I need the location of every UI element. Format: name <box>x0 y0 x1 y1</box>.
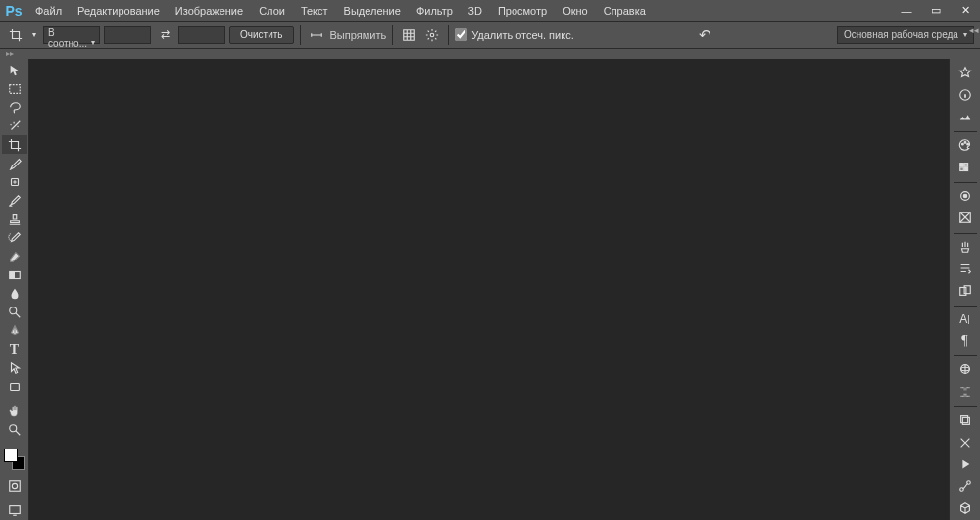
menu-view[interactable]: Просмотр <box>490 0 555 21</box>
svg-rect-23 <box>964 285 970 293</box>
delete-cropped-label: Удалить отсеч. пикс. <box>471 29 574 41</box>
svg-point-14 <box>966 144 968 146</box>
svg-point-5 <box>9 307 16 313</box>
canvas-area[interactable] <box>29 59 949 520</box>
menu-3d[interactable]: 3D <box>461 0 490 21</box>
type-tool[interactable]: T <box>2 340 27 358</box>
separator <box>392 25 393 45</box>
dock-separator <box>954 355 977 356</box>
color-swatches[interactable] <box>4 449 25 470</box>
brush-tool[interactable] <box>2 191 27 210</box>
clone-source-panel-icon[interactable] <box>953 280 978 300</box>
svg-rect-16 <box>964 163 968 166</box>
lasso-tool[interactable] <box>2 98 27 117</box>
svg-point-0 <box>430 33 434 37</box>
brush-panel-icon[interactable] <box>953 236 978 256</box>
menu-window[interactable]: Окно <box>555 0 596 21</box>
reset-crop-icon[interactable]: ↶ <box>696 25 715 45</box>
3d-cube-panel-icon[interactable] <box>953 498 978 518</box>
marquee-tool[interactable] <box>2 79 27 98</box>
menu-filter[interactable]: Фильтр <box>409 0 461 21</box>
svg-rect-1 <box>9 84 20 93</box>
paths-panel-icon[interactable] <box>953 476 978 496</box>
menu-image[interactable]: Изображение <box>168 0 251 21</box>
tool-preset-dropdown-icon[interactable]: ▾ <box>29 25 39 45</box>
navigator-panel-icon[interactable] <box>953 107 978 126</box>
color-panel-icon[interactable] <box>953 135 978 155</box>
svg-rect-8 <box>9 480 20 491</box>
collapse-panels-icon[interactable]: ◂◂ <box>969 25 979 35</box>
overlay-grid-icon[interactable] <box>399 25 418 45</box>
hand-tool[interactable] <box>2 402 27 420</box>
tool-presets-panel-icon[interactable] <box>953 432 978 451</box>
swatches-panel-icon[interactable] <box>953 158 978 177</box>
pen-tool[interactable] <box>2 321 27 340</box>
svg-rect-18 <box>964 167 968 171</box>
crop-width-input[interactable] <box>104 26 151 44</box>
zoom-tool[interactable] <box>2 420 27 439</box>
histogram-panel-icon[interactable] <box>953 63 978 82</box>
expand-toolbox-icon[interactable]: ▸▸ <box>0 49 980 59</box>
delete-cropped-input[interactable] <box>455 28 467 41</box>
menu-layers[interactable]: Слои <box>251 0 293 21</box>
info-panel-icon[interactable] <box>953 84 978 104</box>
dodge-tool[interactable] <box>2 303 27 321</box>
crop-ratio-select[interactable]: В соотно...▾ <box>43 26 100 44</box>
svg-rect-27 <box>962 418 969 425</box>
workspace-select[interactable]: Основная рабочая среда▾ <box>837 26 974 44</box>
paragraph-panel-icon[interactable]: ¶ <box>953 331 978 351</box>
dock-separator <box>954 406 977 407</box>
app-logo: Ps <box>0 0 27 21</box>
gradient-tool[interactable] <box>2 265 27 284</box>
foreground-color-swatch[interactable] <box>4 449 18 462</box>
screen-mode-toggle[interactable] <box>2 500 27 519</box>
window-minimize-button[interactable]: — <box>894 4 919 18</box>
brush-presets-panel-icon[interactable] <box>953 259 978 278</box>
crop-ratio-label: В соотно... <box>48 27 87 49</box>
menu-text[interactable]: Текст <box>293 0 336 21</box>
separator <box>448 25 449 45</box>
svg-rect-26 <box>960 416 967 423</box>
svg-rect-17 <box>959 167 963 171</box>
spot-heal-tool[interactable] <box>2 172 27 191</box>
svg-point-7 <box>9 424 16 431</box>
menu-bar: Ps Файл Редактирование Изображение Слои … <box>0 0 980 22</box>
styles-panel-icon[interactable] <box>953 186 978 206</box>
dock-separator <box>954 182 977 183</box>
path-select-tool[interactable] <box>2 358 27 377</box>
wand-tool[interactable] <box>2 117 27 135</box>
separator <box>300 25 301 45</box>
workspace-label: Основная рабочая среда <box>844 29 958 40</box>
quick-mask-toggle[interactable] <box>2 476 27 495</box>
stamp-tool[interactable] <box>2 210 27 228</box>
clear-button[interactable]: Очистить <box>229 26 294 44</box>
menu-help[interactable]: Справка <box>596 0 654 21</box>
shape-tool[interactable] <box>2 377 27 396</box>
crop-tool[interactable] <box>2 135 27 154</box>
menu-select[interactable]: Выделение <box>336 0 409 21</box>
history-brush-tool[interactable] <box>2 228 27 247</box>
layers-panel-icon[interactable] <box>953 410 978 430</box>
measurement-panel-icon[interactable] <box>953 382 978 402</box>
svg-rect-22 <box>959 287 965 295</box>
menu-file[interactable]: Файл <box>27 0 70 21</box>
swap-dimensions-icon[interactable]: ⇄ <box>155 25 174 45</box>
dock-separator <box>954 131 977 132</box>
svg-point-9 <box>12 483 17 488</box>
adjustments-panel-icon[interactable] <box>953 208 978 227</box>
menu-edit[interactable]: Редактирование <box>70 0 168 21</box>
move-tool[interactable] <box>2 61 27 79</box>
delete-cropped-checkbox[interactable]: Удалить отсеч. пикс. <box>455 28 574 41</box>
actions-panel-icon[interactable] <box>953 454 978 474</box>
crop-height-input[interactable] <box>178 26 225 44</box>
window-maximize-button[interactable]: ▭ <box>923 4 949 18</box>
window-close-button[interactable]: ✕ <box>953 4 978 18</box>
straighten-icon[interactable] <box>307 25 326 45</box>
blur-tool[interactable] <box>2 284 27 303</box>
gear-icon[interactable] <box>422 25 442 45</box>
eyedropper-tool[interactable] <box>2 154 27 172</box>
crop-tool-icon[interactable] <box>6 25 25 45</box>
eraser-tool[interactable] <box>2 247 27 265</box>
character-panel-icon[interactable]: A| <box>953 309 978 329</box>
3d-panel-icon[interactable] <box>953 359 978 379</box>
